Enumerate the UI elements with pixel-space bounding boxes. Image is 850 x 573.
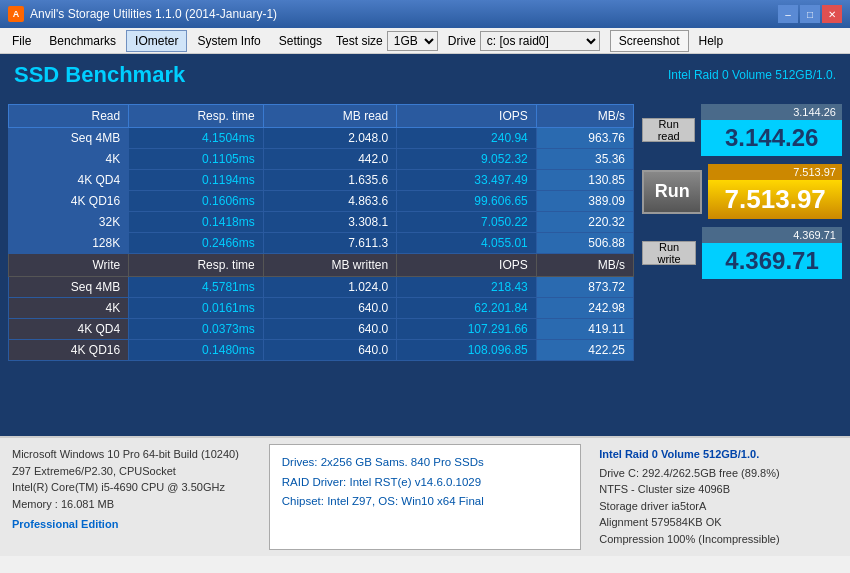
write-header-row: Write Resp. time MB written IOPS MB/s [9, 254, 634, 277]
drives-line3: Chipset: Intel Z97, OS: Win10 x64 Final [282, 492, 569, 512]
menu-settings[interactable]: Settings [271, 31, 330, 51]
table-row: 4K QD160.1480ms640.0108.096.85422.25 [9, 340, 634, 361]
total-score-value: 7.513.97 [708, 180, 842, 219]
drive-label: Drive [448, 34, 476, 48]
read-header-row: Read Resp. time MB read IOPS MB/s [9, 105, 634, 128]
benchmark-table: Read Resp. time MB read IOPS MB/s Seq 4M… [8, 104, 634, 428]
table-row: 32K0.1418ms3.308.17.050.22220.32 [9, 212, 634, 233]
read-score-value: 3.144.26 [701, 120, 842, 156]
footer: Microsoft Windows 10 Pro 64-bit Build (1… [0, 436, 850, 556]
table-row: 128K0.2466ms7.611.34.055.01506.88 [9, 233, 634, 254]
drive-group: Drive c: [os raid0] [448, 31, 600, 51]
col-mbs-w: MB/s [536, 254, 633, 277]
run-button[interactable]: Run [642, 170, 702, 214]
table-row: Seq 4MB4.1504ms2.048.0240.94963.76 [9, 128, 634, 149]
total-score-box: 7.513.97 7.513.97 [708, 164, 842, 219]
col-iops: IOPS [397, 105, 537, 128]
sys-line4: Memory : 16.081 MB [12, 496, 251, 513]
table-row: 4K QD40.1194ms1.635.633.497.49130.85 [9, 170, 634, 191]
write-score-box: 4.369.71 4.369.71 [702, 227, 842, 279]
col-write: Write [9, 254, 129, 277]
info-line1: Drive C: 292.4/262.5GB free (89.8%) [599, 465, 838, 482]
menu-system-info[interactable]: System Info [189, 31, 268, 51]
menu-bar: File Benchmarks IOmeter System Info Sett… [0, 28, 850, 54]
benchmark-subtitle: Intel Raid 0 Volume 512GB/1.0. [668, 68, 836, 82]
table-row: Seq 4MB4.5781ms1.024.0218.43873.72 [9, 277, 634, 298]
col-resp: Resp. time [129, 105, 264, 128]
drives-line1: Drives: 2x256 GB Sams. 840 Pro SSDs [282, 453, 569, 473]
test-size-label: Test size [336, 34, 383, 48]
table-row: 4K QD40.0373ms640.0107.291.66419.11 [9, 319, 634, 340]
col-mb-read: MB read [263, 105, 396, 128]
table-row: 4K0.0161ms640.062.201.84242.98 [9, 298, 634, 319]
info-line3: Storage driver ia5torA [599, 498, 838, 515]
menu-benchmarks[interactable]: Benchmarks [41, 31, 124, 51]
minimize-button[interactable]: – [778, 5, 798, 23]
maximize-button[interactable]: □ [800, 5, 820, 23]
footer-volume-info: Intel Raid 0 Volume 512GB/1.0. Drive C: … [587, 438, 850, 556]
app-header: SSD Benchmark Intel Raid 0 Volume 512GB/… [0, 54, 850, 96]
sys-line1: Microsoft Windows 10 Pro 64-bit Build (1… [12, 446, 251, 463]
read-table: Read Resp. time MB read IOPS MB/s Seq 4M… [8, 104, 634, 361]
pro-edition-label: Professional Edition [12, 516, 251, 533]
sys-line2: Z97 Extreme6/P2.30, CPUSocket [12, 463, 251, 480]
menu-file[interactable]: File [4, 31, 39, 51]
run-read-button[interactable]: Run read [642, 118, 695, 142]
run-total-row: Run 7.513.97 7.513.97 [642, 164, 842, 219]
main-content: Read Resp. time MB read IOPS MB/s Seq 4M… [0, 96, 850, 436]
app-icon: A [8, 6, 24, 22]
table-row: 4K QD160.1606ms4.863.699.606.65389.09 [9, 191, 634, 212]
col-mb-written: MB written [263, 254, 396, 277]
volume-title: Intel Raid 0 Volume 512GB/1.0. [599, 446, 838, 463]
col-mbs: MB/s [536, 105, 633, 128]
info-line2: NTFS - Cluster size 4096B [599, 481, 838, 498]
drive-select[interactable]: c: [os raid0] [480, 31, 600, 51]
right-panel: Run read 3.144.26 3.144.26 Run 7.513.97 … [642, 104, 842, 428]
info-line5: Compression 100% (Incompressible) [599, 531, 838, 548]
window-controls: – □ ✕ [778, 5, 842, 23]
col-iops-w: IOPS [397, 254, 537, 277]
write-score-value: 4.369.71 [702, 243, 842, 279]
read-score-box: 3.144.26 3.144.26 [701, 104, 842, 156]
total-score-label: 7.513.97 [708, 164, 842, 180]
write-score-label: 4.369.71 [702, 227, 842, 243]
app-title: Anvil's Storage Utilities 1.1.0 (2014-Ja… [30, 7, 277, 21]
footer-system-info: Microsoft Windows 10 Pro 64-bit Build (1… [0, 438, 263, 556]
test-size-select[interactable]: 1GB [387, 31, 438, 51]
info-line4: Alignment 579584KB OK [599, 514, 838, 531]
run-read-row: Run read 3.144.26 3.144.26 [642, 104, 842, 156]
read-score-label: 3.144.26 [701, 104, 842, 120]
table-row: 4K0.1105ms442.09.052.3235.36 [9, 149, 634, 170]
drives-line2: RAID Driver: Intel RST(e) v14.6.0.1029 [282, 473, 569, 493]
run-write-row: Run write 4.369.71 4.369.71 [642, 227, 842, 279]
col-resp-w: Resp. time [129, 254, 264, 277]
close-button[interactable]: ✕ [822, 5, 842, 23]
benchmark-title: SSD Benchmark [14, 62, 185, 88]
title-bar: A Anvil's Storage Utilities 1.1.0 (2014-… [0, 0, 850, 28]
screenshot-button[interactable]: Screenshot [610, 30, 689, 52]
col-read: Read [9, 105, 129, 128]
run-write-button[interactable]: Run write [642, 241, 696, 265]
menu-help[interactable]: Help [691, 31, 732, 51]
test-size-group: Test size 1GB [336, 31, 438, 51]
footer-drives-info: Drives: 2x256 GB Sams. 840 Pro SSDs RAID… [269, 444, 582, 550]
sys-line3: Intel(R) Core(TM) i5-4690 CPU @ 3.50GHz [12, 479, 251, 496]
menu-iometer[interactable]: IOmeter [126, 30, 187, 52]
